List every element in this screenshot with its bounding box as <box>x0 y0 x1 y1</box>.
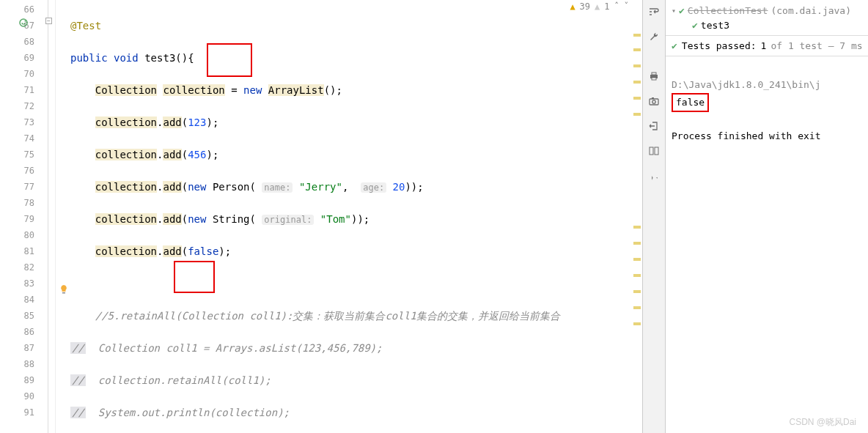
comment-line: Collection coll1 = Arrays.asList(123,456… <box>86 342 383 354</box>
inspection-widget[interactable]: ▲39 ▲1 ˆ ˇ <box>570 1 629 12</box>
literal-456: 456 <box>188 149 206 160</box>
comment-slash: // <box>70 342 86 354</box>
line-number: 86 <box>0 324 48 340</box>
line-number: 68 <box>0 34 48 50</box>
console-jdk-path: D:\Java\jdk1.8.0_241\bin\j <box>672 79 821 90</box>
var-collection: collection <box>163 84 224 96</box>
line-number: 71 <box>0 82 48 98</box>
console-output[interactable]: D:\Java\jdk1.8.0_241\bin\j false Process… <box>666 56 868 165</box>
marker[interactable] <box>633 48 641 51</box>
watermark: CSDN @晓风Dai <box>789 416 856 429</box>
string-jerry: "Jerry" <box>299 181 342 193</box>
line-number: 72 <box>0 98 48 114</box>
literal-123: 123 <box>188 116 206 128</box>
svg-rect-4 <box>652 78 656 80</box>
line-number: 90 <box>0 388 48 404</box>
pin-icon[interactable] <box>647 169 661 183</box>
hint-age: age: <box>361 182 386 193</box>
line-number: 85 <box>0 308 48 324</box>
type-person: Person <box>213 181 250 193</box>
keyword-new: new <box>243 84 262 96</box>
warning-count: 39 <box>580 1 590 12</box>
svg-rect-8 <box>650 147 653 155</box>
method-name: test3 <box>144 52 175 64</box>
test-class-pkg: (com.dai.java) <box>770 5 851 16</box>
keyword-false: false <box>188 245 218 257</box>
code-area[interactable]: @Test public void test3(){ Collection co… <box>56 0 642 433</box>
marker[interactable] <box>633 34 641 37</box>
type-string: String <box>213 213 250 225</box>
marker[interactable] <box>633 306 641 309</box>
editor-pane[interactable]: 6667686970717273747576777879808182838485… <box>0 0 642 433</box>
check-icon: ✔ <box>672 40 677 51</box>
line-number: 77 <box>0 179 48 195</box>
svg-rect-7 <box>652 97 654 99</box>
status-label: Tests passed: <box>682 40 757 51</box>
marker[interactable] <box>633 322 641 325</box>
comment-retainall: //5.retainAll(Collection coll1):交集：获取当前集… <box>95 310 560 322</box>
line-number: 82 <box>0 259 48 275</box>
status-rest: of 1 test – 7 ms <box>770 40 862 51</box>
marker[interactable] <box>633 81 641 84</box>
test-method-name[interactable]: test3 <box>701 20 729 31</box>
comment-line: collection.retainAll(coll1); <box>86 374 271 386</box>
keyword-public: public <box>70 52 108 64</box>
fold-column[interactable]: − <box>48 0 56 433</box>
error-stripe[interactable] <box>632 0 642 433</box>
marker[interactable] <box>633 290 641 293</box>
weak-warning-icon: ▲ <box>595 1 600 12</box>
soft-wrap-icon[interactable] <box>647 4 661 19</box>
check-icon: ✔ <box>692 20 698 31</box>
line-number: 74 <box>0 130 48 147</box>
line-number: 83 <box>0 275 48 292</box>
marker[interactable] <box>633 113 641 116</box>
gutter: 6667686970717273747576777879808182838485… <box>0 0 48 433</box>
annotation: @Test <box>70 20 101 32</box>
wrench-icon[interactable] <box>647 29 661 44</box>
line-number: 81 <box>0 243 48 259</box>
line-number: 70 <box>0 66 48 82</box>
status-passed-count: 1 <box>761 40 767 51</box>
line-number: 88 <box>0 356 48 372</box>
next-highlight-icon[interactable]: ˇ <box>624 1 629 12</box>
test-tree[interactable]: ▾ ✔ CollectionTest (com.dai.java) ✔ test… <box>666 0 868 36</box>
line-number: 84 <box>0 292 48 308</box>
hint-original: original: <box>262 215 314 225</box>
marker[interactable] <box>633 258 641 261</box>
svg-rect-9 <box>655 147 658 155</box>
marker[interactable] <box>633 97 641 100</box>
line-number: 76 <box>0 163 48 179</box>
comment-line: System.out.println(collection); <box>86 407 290 418</box>
console-output-false: false <box>672 93 709 112</box>
line-number: 75 <box>0 147 48 163</box>
line-number: 73 <box>0 114 48 130</box>
line-number: 66 <box>0 1 48 18</box>
svg-rect-3 <box>652 73 656 75</box>
diff-icon[interactable] <box>647 144 661 158</box>
marker[interactable] <box>633 242 641 245</box>
test-class-name[interactable]: CollectionTest <box>688 5 768 16</box>
marker[interactable] <box>633 226 641 229</box>
line-number: 89 <box>0 372 48 388</box>
literal-20: 20 <box>393 181 405 193</box>
run-test-gutter-icon[interactable] <box>19 18 31 29</box>
weak-warning-count: 1 <box>604 1 609 12</box>
line-number: 80 <box>0 227 48 243</box>
test-run-panel: ▾ ✔ CollectionTest (com.dai.java) ✔ test… <box>666 0 868 433</box>
prev-highlight-icon[interactable]: ˆ <box>614 1 619 12</box>
line-number: 79 <box>0 211 48 227</box>
console-toolbar <box>642 0 666 433</box>
marker[interactable] <box>633 64 641 67</box>
hint-name: name: <box>262 182 293 193</box>
line-number: 87 <box>0 340 48 356</box>
keyword-void: void <box>114 52 139 64</box>
line-number: 91 <box>0 404 48 421</box>
tree-expand-icon[interactable]: ▾ <box>672 7 676 15</box>
fold-toggle-icon[interactable]: − <box>45 18 52 24</box>
camera-icon[interactable] <box>647 94 661 108</box>
exit-icon[interactable] <box>647 119 661 133</box>
marker[interactable] <box>633 274 641 277</box>
warning-icon: ▲ <box>570 1 575 12</box>
print-icon[interactable] <box>647 69 661 84</box>
test-status-bar: ✔ Tests passed: 1 of 1 test – 7 ms <box>666 36 868 56</box>
